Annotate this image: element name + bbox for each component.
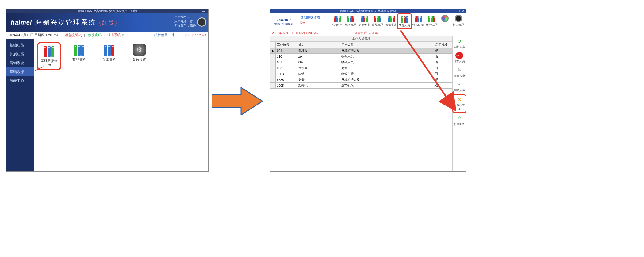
- side-tool-icon: ⎙: [455, 115, 463, 122]
- sidebar-item-3[interactable]: 基础数据: [6, 67, 34, 76]
- row-indicator: [270, 83, 276, 89]
- side-tool-label: 删除人员: [453, 88, 466, 92]
- toolbar-label: 场次管理: [344, 23, 357, 27]
- side-tool-icon: ✕: [455, 96, 463, 103]
- side-tool-5[interactable]: ⎙打印&导出: [453, 115, 466, 130]
- binder-icon: [413, 14, 423, 22]
- window-controls: ❐ ✕: [457, 10, 464, 13]
- system-name: 海媚兴娱管理系统 (红版): [35, 18, 117, 27]
- user-name-label: 用户姓名：管: [174, 19, 196, 24]
- breadcrumb: 基础数据管理 K米: [298, 13, 323, 30]
- side-tool-0[interactable]: ↻刷新人员: [453, 38, 466, 49]
- side-tool-2[interactable]: ✎修改人员: [453, 67, 466, 78]
- toolbar-特殊日期[interactable]: 特殊日期: [411, 14, 425, 27]
- binder-icon: [41, 44, 57, 57]
- binder-icon: [332, 14, 342, 22]
- table-row[interactable]: 1005彭秀风超市收银否: [270, 83, 452, 89]
- side-tool-icon: NEW: [455, 52, 463, 59]
- cell: zrx: [297, 54, 340, 59]
- toolbar-数据字典[interactable]: 数据字典: [384, 14, 398, 27]
- version-text: V3.5.577.2024: [184, 33, 206, 37]
- side-tool-4[interactable]: ✕权限组管理: [453, 95, 466, 112]
- message-alert-link[interactable]: 消息提醒(3): [65, 33, 82, 37]
- datetime-text: 2024年07月11日 星期四 17:01:51: [8, 33, 59, 37]
- binder-icon: [386, 14, 396, 22]
- cell: 8888: [276, 77, 297, 83]
- binder-icon: [372, 14, 383, 22]
- side-tool-icon: ↻: [455, 38, 463, 44]
- toolbar-label: 返出管理: [452, 23, 465, 27]
- change-password-link[interactable]: 修改密码: [88, 33, 102, 37]
- side-tool-1[interactable]: NEW增加人员: [453, 52, 466, 63]
- cell: 否: [434, 71, 452, 77]
- toolbar-工作人员[interactable]: 工作人员: [398, 14, 411, 28]
- col-1[interactable]: 姓名: [297, 42, 340, 48]
- divider: |: [103, 33, 104, 37]
- user-id-label: 用户编号：: [174, 15, 196, 19]
- tool-label: 基础数据维护: [40, 59, 59, 68]
- binder-icon: [426, 14, 437, 22]
- sidebar-item-2[interactable]: 营销系统: [6, 59, 34, 67]
- table-row[interactable]: 003金永亮厨管否: [270, 65, 452, 71]
- exit-system-link[interactable]: 退出系统: [107, 33, 121, 37]
- restore-icon[interactable]: ❐: [457, 10, 460, 13]
- right-window: 海媚王牌KTV高级管理系统-基础数据管理 ❐ ✕ haimei 海媚 · 中国娱…: [270, 9, 466, 172]
- side-tool-3[interactable]: ✂删除人员: [453, 81, 466, 92]
- side-tool-label: 刷新人员: [453, 45, 466, 49]
- dropdown-icon[interactable]: ▾: [122, 33, 124, 37]
- cell: 001: [276, 48, 297, 54]
- current-user-label: 当前用户:: [355, 31, 368, 35]
- breadcrumb-main[interactable]: 基础数据管理: [300, 15, 320, 20]
- main-tool-0[interactable]: 基础数据维护: [38, 43, 60, 69]
- sidebar-item-4[interactable]: 报表中心: [6, 76, 34, 85]
- cell: 财务: [297, 77, 340, 83]
- toolbar-返出管理[interactable]: 返出管理: [452, 14, 465, 27]
- cell: 否: [434, 59, 452, 65]
- avatar-icon[interactable]: [197, 17, 206, 27]
- table-row[interactable]: 007007收银人员否: [270, 59, 452, 65]
- toolbar-商品管理[interactable]: 商品管理: [371, 14, 384, 27]
- row-indicator: [270, 77, 276, 83]
- toolbar-clock[interactable]: [438, 14, 452, 23]
- sidebar-item-0[interactable]: 基础功能: [6, 41, 34, 50]
- right-logo-top: haimei: [277, 17, 291, 22]
- toolbar-场次管理[interactable]: 场次管理: [344, 14, 357, 27]
- table-row[interactable]: 110zrx收银人员否: [270, 54, 452, 59]
- row-header-blank: [270, 42, 276, 48]
- cell: 收银主管: [340, 71, 434, 77]
- right-header: haimei 海媚 · 中国娱乐 基础数据管理 K米 包厢数据场次管理房费管理商…: [270, 13, 466, 30]
- cell: 1005: [276, 83, 297, 89]
- main-tool-1[interactable]: 商品资料: [68, 43, 90, 62]
- table-row[interactable]: ▶001管理员系统维护人员是: [270, 48, 452, 54]
- binder-icon: [399, 15, 410, 23]
- left-banner: haimei 海媚兴娱管理系统 (红版) 用户编号： 用户姓名：管 所在部门：系…: [6, 13, 208, 32]
- cell: 管理员: [297, 48, 340, 54]
- left-main: 基础数据维护商品资料员工资料⚙参数设置: [34, 39, 208, 171]
- binder-icon: [345, 14, 356, 22]
- cell: 007: [297, 59, 340, 65]
- binder-icon: [71, 43, 87, 56]
- right-titlebar: 海媚王牌KTV高级管理系统-基础数据管理 ❐ ✕: [270, 9, 466, 13]
- cell: 系统维护人员: [340, 77, 434, 83]
- toolbar-数据清理[interactable]: 数据清理: [425, 14, 438, 27]
- brand-logo: haimei: [11, 19, 32, 26]
- table-row[interactable]: 8888财务系统维护人员是: [270, 77, 452, 83]
- cell: 007: [276, 59, 297, 65]
- table-row[interactable]: 1003李敏收银主管否: [270, 71, 452, 77]
- col-3[interactable]: 启用考核: [434, 42, 452, 48]
- row-indicator: ▶: [270, 48, 276, 54]
- col-0[interactable]: 工作编号: [276, 42, 297, 48]
- sidebar-item-1[interactable]: 扩展功能: [6, 50, 34, 59]
- main-tool-2[interactable]: 员工资料: [98, 43, 120, 62]
- gear-icon: ⚙: [132, 43, 147, 56]
- col-2[interactable]: 用户类型: [340, 42, 434, 48]
- toolbar-房费管理[interactable]: 房费管理: [357, 14, 371, 27]
- toolbar-包厢数据[interactable]: 包厢数据: [330, 14, 344, 27]
- main-tool-3[interactable]: ⚙参数设置: [128, 43, 150, 62]
- left-titlebar: 海媚王牌KTV高级管理系统(授权使用：K米) —: [6, 9, 208, 13]
- left-titlebar-text: 海媚王牌KTV高级管理系统(授权使用：K米): [78, 9, 137, 13]
- cell: 厨管: [340, 65, 434, 71]
- minimize-icon[interactable]: —: [202, 10, 205, 13]
- left-statusbar: 2024年07月11日 星期四 17:01:51 消息提醒(3) | 修改密码 …: [6, 32, 208, 39]
- close-icon[interactable]: ✕: [462, 10, 464, 13]
